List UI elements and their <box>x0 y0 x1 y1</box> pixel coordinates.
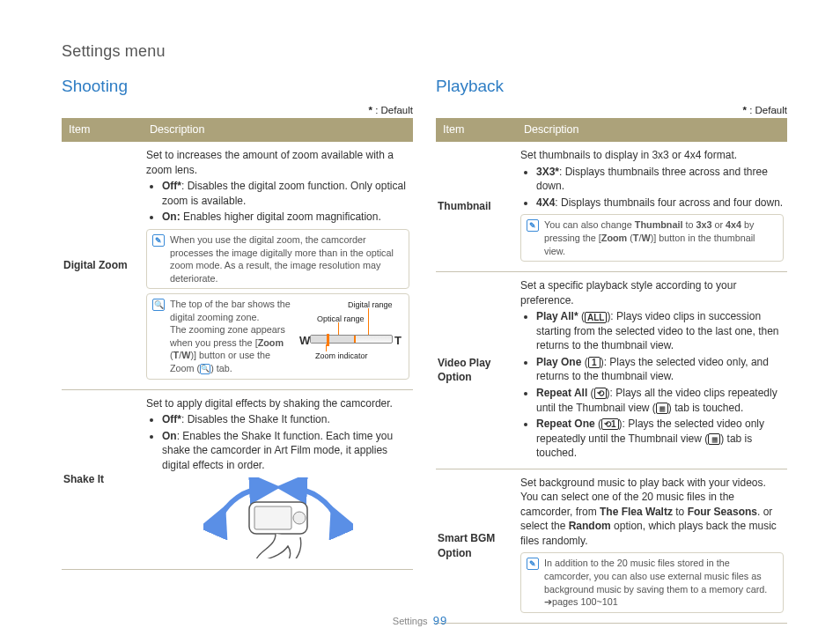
label-optical-range: Optical range <box>317 314 365 324</box>
option-off: Off*: Disables the digital zoom function… <box>162 179 409 208</box>
lead-text: Set to apply digital effects by shaking … <box>146 396 409 411</box>
table-playback: Item Description Thumbnail Set thumbnail… <box>436 118 787 624</box>
heading-playback: Playback <box>436 77 787 96</box>
label-w: W <box>299 333 310 349</box>
row-digital-zoom: Digital Zoom Set to increases the amount… <box>62 142 413 389</box>
option-play-one: Play One (1): Plays the selected video o… <box>536 355 784 384</box>
thumbnail-icon: ▦ <box>656 403 668 414</box>
default-note-right: * : Default <box>436 105 787 115</box>
label-t: T <box>394 333 402 349</box>
footer-section: Settings <box>393 616 428 626</box>
zoom-indicator-figure: Digital range Optical range W T <box>299 298 403 366</box>
option-repeat-all: Repeat All (⟲): Plays all the video clip… <box>536 386 784 415</box>
row-shake-it: Shake It Set to apply digital effects by… <box>62 389 413 569</box>
col-header-item: Item <box>62 118 143 142</box>
default-note-left: * : Default <box>62 105 413 115</box>
lead-text: Set a specific playback style according … <box>520 278 784 307</box>
note-thumbnail: ✎ You can also change Thumbnail to 3x3 o… <box>520 214 784 262</box>
cell-item: Shake It <box>62 389 143 569</box>
col-header-item: Item <box>436 118 517 142</box>
info-icon: ✎ <box>152 234 165 247</box>
cell-desc: Set to increases the amount of zoom avai… <box>143 142 413 389</box>
row-video-play: Video Play Option Set a specific playbac… <box>436 272 787 469</box>
note-smart-bgm: ✎ In addition to the 20 music files stor… <box>520 552 784 612</box>
col-header-desc: Description <box>143 118 413 142</box>
cell-item: Smart BGM Option <box>436 469 517 623</box>
note-text: In addition to the 20 music files stored… <box>544 557 777 608</box>
option-on: On: Enables higher digital zoom magnific… <box>162 210 409 225</box>
option-3x3: 3X3*: Displays thumbnails three across a… <box>536 165 784 194</box>
row-thumbnail: Thumbnail Set thumbnails to display in 3… <box>436 142 787 271</box>
lead-text: Set to increases the amount of zoom avai… <box>146 148 409 177</box>
cell-item: Thumbnail <box>436 142 517 271</box>
cell-desc: Set thumbnails to display in 3x3 or 4x4 … <box>517 142 787 271</box>
breadcrumb: Settings menu <box>62 42 787 61</box>
option-on: On: Enables the Shake It function. Each … <box>162 429 409 473</box>
repeat-all-icon: ⟲ <box>594 388 607 399</box>
play-one-icon: 1 <box>588 357 601 368</box>
play-all-icon: ALL <box>585 312 607 323</box>
col-playback: Playback * : Default Item Description Th… <box>436 77 787 624</box>
cell-desc: Set background music to play back with y… <box>517 469 787 623</box>
shake-it-figure <box>146 477 409 563</box>
page-number: 99 <box>433 614 447 627</box>
col-shooting: Shooting * : Default Item Description Di… <box>62 77 413 624</box>
table-shooting: Item Description Digital Zoom Set to inc… <box>62 118 413 570</box>
svg-rect-1 <box>254 506 291 529</box>
body-text: Set background music to play back with y… <box>520 476 784 549</box>
magnify-icon: 🔍 <box>200 364 210 374</box>
note-text: When you use the digital zoom, the camco… <box>170 233 403 285</box>
option-4x4: 4X4: Displays thumbnails four across and… <box>536 196 784 211</box>
note-digital-zoom-1: ✎ When you use the digital zoom, the cam… <box>146 229 409 289</box>
thumbnail-icon: ▦ <box>708 433 720 445</box>
cell-item: Video Play Option <box>436 272 517 469</box>
page-footer: Settings 99 <box>0 614 840 627</box>
info-icon: ✎ <box>527 558 539 570</box>
col-header-desc: Description <box>517 118 787 142</box>
row-smart-bgm: Smart BGM Option Set background music to… <box>436 469 787 623</box>
cell-item: Digital Zoom <box>62 142 143 389</box>
option-play-all: Play All* (ALL): Plays video clips in su… <box>536 309 784 353</box>
svg-point-2 <box>293 512 306 524</box>
option-off: Off*: Disables the Shake It function. <box>162 412 409 427</box>
cell-desc: Set to apply digital effects by shaking … <box>143 389 413 569</box>
info-icon: ✎ <box>527 219 539 232</box>
note-text: You can also change Thumbnail to 3x3 or … <box>544 218 777 257</box>
magnify-icon: 🔍 <box>152 299 165 311</box>
label-zoom-indicator: Zoom indicator <box>315 351 368 361</box>
note-digital-zoom-2: 🔍 The top of the bar shows the digital z… <box>146 293 409 379</box>
label-digital-range: Digital range <box>348 299 393 310</box>
cell-desc: Set a specific playback style according … <box>517 272 787 469</box>
option-repeat-one: Repeat One (⟲1): Plays the selected vide… <box>536 417 784 461</box>
note-text: The top of the bar shows the digital zoo… <box>170 298 291 374</box>
heading-shooting: Shooting <box>62 77 413 96</box>
repeat-one-icon: ⟲1 <box>601 418 619 430</box>
lead-text: Set thumbnails to display in 3x3 or 4x4 … <box>520 148 784 163</box>
